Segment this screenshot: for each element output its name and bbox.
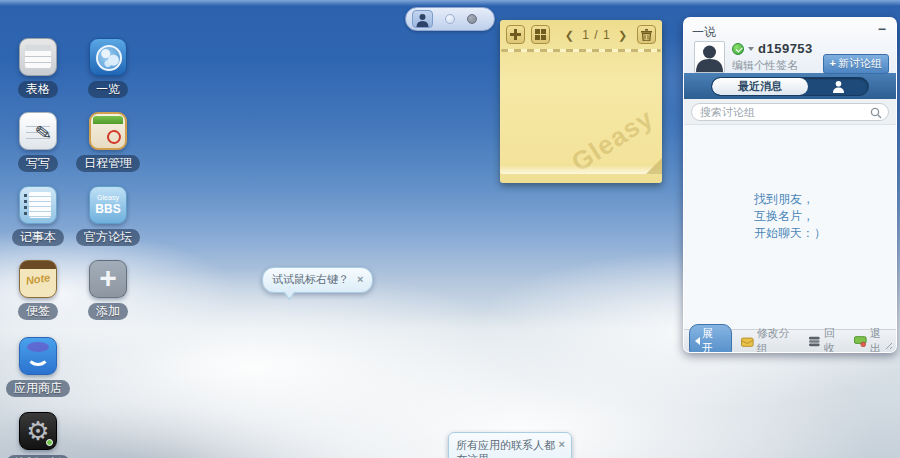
tooltip-text: 试试鼠标右键？ — [272, 273, 349, 285]
panel-title: 一说 — [692, 24, 888, 41]
note-pager: ❮ 1 / 1 ❯ — [556, 28, 637, 42]
desktop-icon-appstore[interactable]: 应用商店 — [2, 337, 74, 397]
messenger-header: 一说 − d159753 编辑个性签名 +新讨论组 — [684, 18, 896, 73]
desktop-icon-writer[interactable]: ✎ 写写 — [2, 112, 74, 172]
note-page-curl — [646, 158, 662, 174]
spreadsheet-icon — [19, 38, 57, 76]
icon-label: 记事本 — [12, 229, 64, 246]
messenger-footer: 展开 修改分组 回收 — [684, 329, 896, 352]
edit-signature-link[interactable]: 编辑个性签名 — [732, 58, 798, 73]
note-add-button[interactable] — [506, 25, 525, 44]
empty-hint-line2[interactable]: 互换名片， — [754, 208, 826, 225]
contacts-hint-tooltip: × 所有应用的联系人都在这里， 统一添加 — [448, 432, 572, 458]
note-prev-button[interactable]: ❮ — [562, 29, 578, 41]
gear-icon: ⚙ — [19, 412, 57, 450]
modify-groups-button[interactable]: 修改分组 — [741, 326, 799, 353]
widget-dot-2[interactable] — [467, 14, 477, 24]
avatar-silhouette-icon — [695, 42, 724, 72]
plus-icon — [510, 29, 521, 40]
desktop-background: 表格 一览 ✎ 写写 日程管理 记事本 Gleasy BBS 官方论坛 Note… — [0, 0, 900, 458]
new-discussion-group-button[interactable]: +新讨论组 — [823, 54, 889, 74]
logout-icon — [854, 336, 867, 347]
note-grid-button[interactable] — [531, 25, 550, 44]
icon-label: 应用商店 — [6, 380, 70, 397]
archive-icon — [808, 336, 821, 347]
notebook-icon — [19, 186, 57, 224]
icon-label: 官方论坛 — [76, 229, 140, 246]
widget-dot-1[interactable] — [445, 14, 455, 24]
appstore-icon — [19, 337, 57, 375]
empty-hint-line3[interactable]: 开始聊天：） — [754, 225, 826, 242]
close-icon[interactable]: × — [559, 437, 565, 451]
plus-icon: + — [830, 57, 836, 69]
minimize-button[interactable]: − — [878, 22, 886, 36]
tooltip-line1: 所有应用的联系人都在这里， — [456, 438, 564, 458]
messenger-tab-bar: 最近消息 — [684, 73, 896, 99]
right-click-tooltip: 试试鼠标右键？× — [262, 267, 373, 293]
bbs-icon: Gleasy BBS — [89, 186, 127, 224]
grid-icon — [535, 29, 546, 40]
note-icon: Note — [19, 260, 57, 298]
calendar-icon — [89, 112, 127, 150]
tab-recent-messages[interactable]: 最近消息 — [712, 78, 808, 95]
close-icon[interactable]: × — [357, 273, 363, 285]
expand-button[interactable]: 展开 — [689, 324, 732, 354]
empty-hint-line1[interactable]: 找到朋友， — [754, 191, 826, 208]
widget-switcher — [405, 7, 495, 31]
search-icon — [870, 107, 882, 119]
icon-label: 日程管理 — [76, 155, 140, 172]
search-row — [684, 99, 896, 125]
note-page-indicator: 1 / 1 — [582, 28, 610, 42]
contacts-widget-button[interactable] — [412, 10, 433, 28]
desktop-icon-schedule[interactable]: 日程管理 — [72, 112, 144, 172]
search-input[interactable] — [700, 106, 866, 118]
desktop-icon-add[interactable]: + 添加 — [72, 260, 144, 320]
username: d159753 — [758, 41, 813, 56]
desktop-icon-spreadsheet[interactable]: 表格 — [2, 38, 74, 98]
note-next-button[interactable]: ❯ — [615, 29, 631, 41]
icon-label: 一览 — [88, 81, 128, 98]
contact-list-area: 找到朋友， 互换名片， 开始聊天：） — [684, 125, 896, 329]
sticky-note-toolbar: ❮ 1 / 1 ❯ — [500, 20, 662, 49]
globe-icon — [89, 38, 127, 76]
trash-icon — [641, 29, 652, 41]
search-box[interactable] — [691, 103, 889, 121]
desktop-icon-controlpanel[interactable]: ⚙ 控制面板 — [2, 412, 74, 458]
left-triangle-icon — [695, 337, 700, 345]
note-text-area[interactable]: Gleasy — [500, 52, 662, 174]
desktop-icon-sticky[interactable]: Note 便签 — [2, 260, 74, 320]
messenger-panel: 一说 − d159753 编辑个性签名 +新讨论组 最近消息 — [683, 17, 897, 353]
icon-label: 表格 — [18, 81, 58, 98]
status-dropdown-caret[interactable] — [748, 47, 754, 51]
icon-label: 写写 — [18, 155, 58, 172]
icon-label: 便签 — [18, 303, 58, 320]
folder-edit-icon — [741, 336, 754, 347]
recycle-button[interactable]: 回收 — [808, 326, 845, 353]
online-status-icon[interactable] — [732, 43, 744, 55]
person-icon — [416, 13, 429, 27]
note-delete-button[interactable] — [637, 25, 656, 44]
tab-contacts[interactable] — [808, 78, 868, 95]
sticky-note-widget[interactable]: ❮ 1 / 1 ❯ Gleasy — [500, 20, 662, 183]
icon-label: 添加 — [88, 303, 128, 320]
plus-icon: + — [89, 260, 127, 298]
person-icon — [832, 80, 845, 93]
user-avatar[interactable] — [694, 41, 725, 73]
desktop-icon-notepad[interactable]: 记事本 — [2, 186, 74, 246]
pencil-pad-icon: ✎ — [19, 112, 57, 150]
desktop-icon-forum[interactable]: Gleasy BBS 官方论坛 — [72, 186, 144, 246]
desktop-icon-browser[interactable]: 一览 — [72, 38, 144, 98]
